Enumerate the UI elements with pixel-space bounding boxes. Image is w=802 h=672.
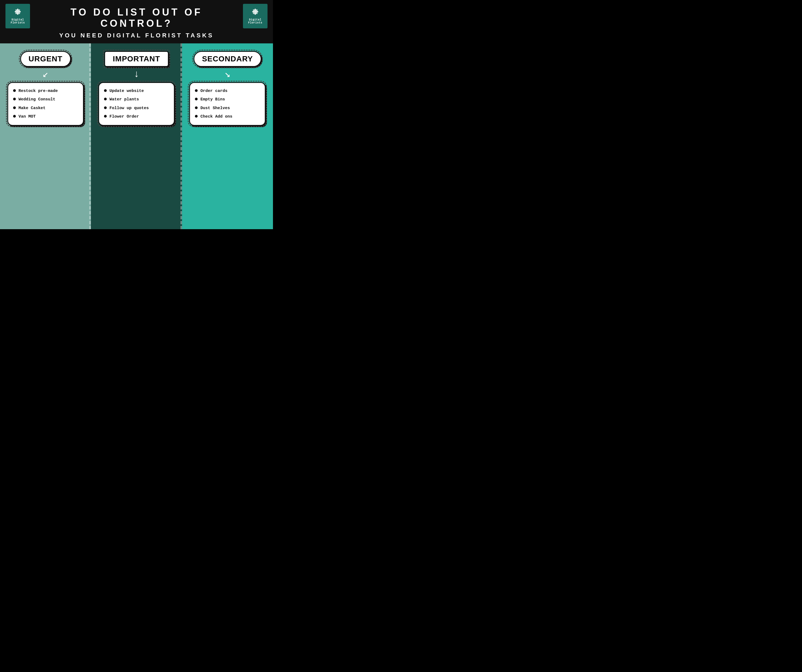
flower-icon-left — [14, 8, 21, 17]
bullet-icon — [13, 107, 16, 109]
task-important-1: Update website — [104, 89, 168, 94]
logo-text-right: Digital Florists — [243, 18, 267, 24]
page: Digital Florists TO DO LIST OUT OF CONTR… — [0, 0, 273, 229]
flower-icon-right — [251, 8, 259, 17]
logo-left: Digital Florists — [5, 4, 30, 28]
bullet-icon — [13, 115, 16, 118]
main-title-line1: TO DO LIST OUT OF — [59, 6, 214, 18]
logo-text-left: Digital Florists — [5, 18, 30, 24]
arrow-important: ↓ — [134, 69, 139, 79]
task-important-3: Follow up quotes — [104, 106, 168, 111]
badge-urgent: URGENT — [20, 51, 71, 67]
task-secondary-3: Dust Shelves — [195, 106, 259, 111]
bullet-icon — [104, 115, 107, 118]
bullet-icon — [195, 107, 197, 109]
bullet-icon — [195, 89, 197, 92]
bullet-icon — [13, 89, 16, 92]
task-urgent-3: Make Casket — [13, 106, 77, 111]
badge-secondary: SECONDARY — [194, 51, 262, 67]
task-box-secondary: Order cards Empty Bins Dust Shelves Chec… — [189, 82, 265, 126]
bullet-icon — [104, 98, 107, 100]
task-secondary-2: Empty Bins — [195, 97, 259, 102]
header: Digital Florists TO DO LIST OUT OF CONTR… — [0, 0, 273, 44]
logo-right: Digital Florists — [243, 4, 267, 28]
task-urgent-4: Van MOT — [13, 114, 77, 120]
task-urgent-1: Restock pre-made — [13, 89, 77, 94]
bullet-icon — [104, 107, 107, 109]
arrow-secondary: ↘ — [225, 69, 230, 79]
bullet-icon — [195, 98, 197, 100]
main-title-line2: CONTROL? — [59, 18, 214, 29]
task-urgent-2: Wedding Consult — [13, 97, 77, 102]
task-box-important: Update website Water plants Follow up qu… — [98, 82, 175, 126]
task-box-urgent: Restock pre-made Wedding Consult Make Ca… — [7, 82, 84, 126]
task-important-4: Flower Order — [104, 114, 168, 120]
task-secondary-4: Check Add ons — [195, 114, 259, 120]
bullet-icon — [104, 89, 107, 92]
task-important-2: Water plants — [104, 97, 168, 102]
bullet-icon — [13, 98, 16, 100]
bullet-icon — [195, 115, 197, 118]
badge-important: IMPORTANT — [104, 51, 168, 67]
header-titles: TO DO LIST OUT OF CONTROL? YOU NEED DIGI… — [59, 6, 214, 39]
columns: URGENT ↙ Restock pre-made Wedding Consul… — [0, 44, 273, 229]
col-secondary: SECONDARY ↘ Order cards Empty Bins Dust … — [182, 44, 273, 229]
col-important: IMPORTANT ↓ Update website Water plants … — [91, 44, 182, 229]
sub-title: YOU NEED DIGITAL FLORIST TASKS — [59, 32, 214, 39]
arrow-urgent: ↙ — [43, 69, 49, 79]
task-secondary-1: Order cards — [195, 89, 259, 94]
col-urgent: URGENT ↙ Restock pre-made Wedding Consul… — [0, 44, 91, 229]
